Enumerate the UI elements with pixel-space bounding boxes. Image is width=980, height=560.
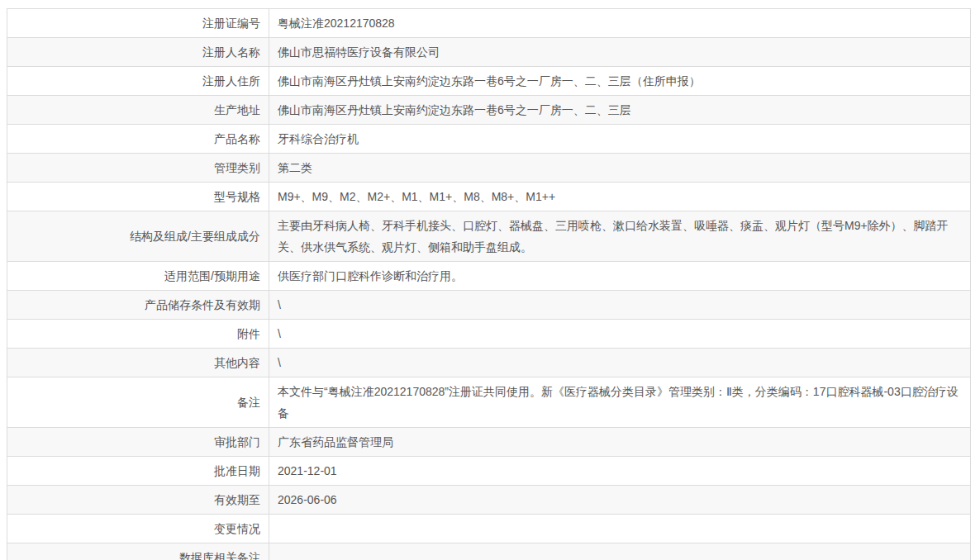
row-value: 粤械注准20212170828 xyxy=(269,9,971,38)
row-label: 批准日期 xyxy=(7,457,269,486)
table-row: 备注 本文件与“粤械注准20212170828”注册证共同使用。新《医疗器械分类… xyxy=(7,377,971,428)
row-label: 注册人住所 xyxy=(7,67,269,96)
row-value: 广东省药品监督管理局 xyxy=(269,428,971,457)
table-row: 有效期至 2026-06-06 xyxy=(7,486,971,515)
row-value: \ xyxy=(269,349,971,377)
row-value: 主要由牙科病人椅、牙科手机接头、口腔灯、器械盘、三用喷枪、漱口给水装置、吸唾器、… xyxy=(269,211,971,262)
table-row: 其他内容 \ xyxy=(7,349,971,377)
table-row: 生产地址 佛山市南海区丹灶镇上安南约淀边东路一巷6号之一厂房一、二、三层 xyxy=(7,96,971,125)
table-row: 结构及组成/主要组成成分 主要由牙科病人椅、牙科手机接头、口腔灯、器械盘、三用喷… xyxy=(7,211,971,262)
row-label: 数据库相关备注 xyxy=(7,543,269,560)
row-label: 产品名称 xyxy=(7,125,269,154)
table-row: 注册人住所 佛山市南海区丹灶镇上安南约淀边东路一巷6号之一厂房一、二、三层（住所… xyxy=(7,67,971,96)
row-label: 其他内容 xyxy=(7,349,269,377)
table-row: 注册人名称 佛山市思福特医疗设备有限公司 xyxy=(7,38,971,67)
table-row: 注册证编号 粤械注准20212170828 xyxy=(7,9,971,38)
row-value: 佛山市南海区丹灶镇上安南约淀边东路一巷6号之一厂房一、二、三层（住所申报） xyxy=(269,67,971,96)
row-value: 第二类 xyxy=(269,154,971,183)
row-label: 型号规格 xyxy=(7,183,269,211)
row-value: 佛山市思福特医疗设备有限公司 xyxy=(269,38,971,67)
registration-record-table: 注册证编号 粤械注准20212170828 注册人名称 佛山市思福特医疗设备有限… xyxy=(7,8,971,560)
table-row: 产品储存条件及有效期 \ xyxy=(7,291,971,320)
row-value: M9+、M9、M2、M2+、M1、M1+、M8、M8+、M1++ xyxy=(269,183,971,211)
row-label: 变更情况 xyxy=(7,515,269,543)
row-label: 附件 xyxy=(7,320,269,349)
row-label: 注册证编号 xyxy=(7,9,269,38)
row-value: 2026-06-06 xyxy=(269,486,971,515)
table-row: 产品名称 牙科综合治疗机 xyxy=(7,125,971,154)
row-value: 牙科综合治疗机 xyxy=(269,125,971,154)
table-row: 适用范围/预期用途 供医疗部门口腔科作诊断和治疗用。 xyxy=(7,262,971,291)
row-value: \ xyxy=(269,291,971,320)
table-row: 数据库相关备注 xyxy=(7,543,971,560)
row-label: 审批部门 xyxy=(7,428,269,457)
row-value: 佛山市南海区丹灶镇上安南约淀边东路一巷6号之一厂房一、二、三层 xyxy=(269,96,971,125)
row-label: 生产地址 xyxy=(7,96,269,125)
table-row: 型号规格 M9+、M9、M2、M2+、M1、M1+、M8、M8+、M1++ xyxy=(7,183,971,211)
row-value: 供医疗部门口腔科作诊断和治疗用。 xyxy=(269,262,971,291)
table-row: 批准日期 2021-12-01 xyxy=(7,457,971,486)
row-label: 产品储存条件及有效期 xyxy=(7,291,269,320)
row-value: 2021-12-01 xyxy=(269,457,971,486)
table-row: 附件 \ xyxy=(7,320,971,349)
row-label: 管理类别 xyxy=(7,154,269,183)
row-value: \ xyxy=(269,320,971,349)
table-row: 管理类别 第二类 xyxy=(7,154,971,183)
row-label: 适用范围/预期用途 xyxy=(7,262,269,291)
row-label: 结构及组成/主要组成成分 xyxy=(7,211,269,262)
table-row: 变更情况 xyxy=(7,515,971,543)
row-label: 注册人名称 xyxy=(7,38,269,67)
row-label: 备注 xyxy=(7,377,269,428)
row-value xyxy=(269,543,971,560)
table-row: 审批部门 广东省药品监督管理局 xyxy=(7,428,971,457)
row-value xyxy=(269,515,971,543)
row-label: 有效期至 xyxy=(7,486,269,515)
page: 注册证编号 粤械注准20212170828 注册人名称 佛山市思福特医疗设备有限… xyxy=(0,0,980,560)
row-value: 本文件与“粤械注准20212170828”注册证共同使用。新《医疗器械分类目录》… xyxy=(269,377,971,428)
